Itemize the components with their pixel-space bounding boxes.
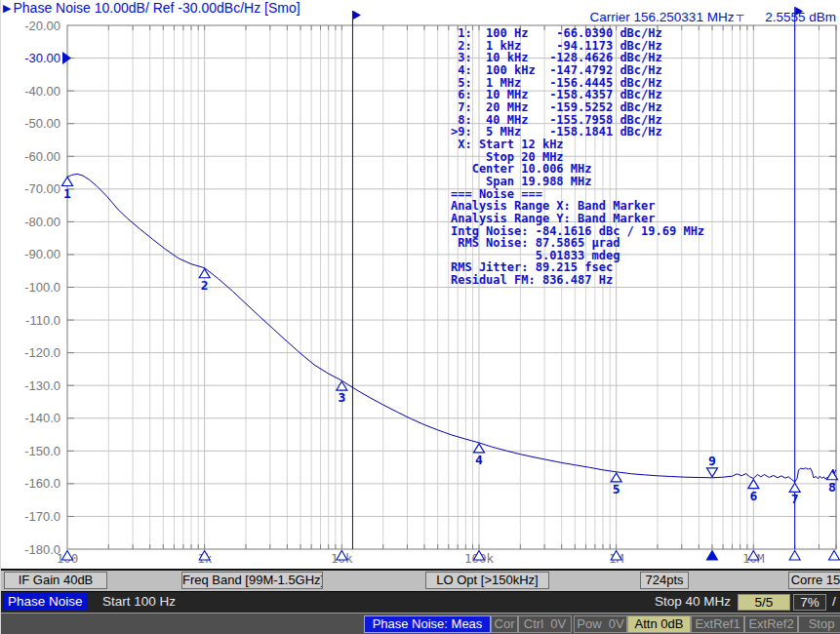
marker-3-number: 3	[338, 390, 345, 405]
y-tick-label: -170.0	[24, 509, 60, 524]
marker-7-number: 7	[791, 492, 799, 506]
info-line: Analysis Range Y: Band Marker	[451, 213, 704, 225]
sweep-start-label: Start 100 Hz	[102, 593, 176, 611]
softkey-bar: Phase Noise: MeasCorCtrl 0VPow 0VAttn 0d…	[1, 613, 840, 634]
status-field-if-gain-40db: IF Gain 40dB	[4, 572, 107, 589]
measurement-status-bar: Phase Noise Start 100 Hz Stop 40 MHz 5/5…	[1, 591, 840, 614]
band-marker-flag-icon	[353, 11, 361, 20]
marker-6-number: 6	[749, 489, 757, 503]
tab-phase-noise[interactable]: Phase Noise	[3, 593, 88, 611]
status-field-freq-band-99m-1-5ghz: Freq Band [99M-1.5GHz]	[181, 572, 323, 589]
x-axis-labels: 1001k10k100k1M10M	[57, 551, 765, 566]
y-tick-label: -90.00	[24, 247, 60, 261]
softkey-stop[interactable]: Stop	[798, 615, 840, 633]
status-field-lo-opt-150khz: LO Opt [>150kHz]	[425, 572, 549, 589]
phase-noise-plot[interactable]: -20.00-30.00-40.00-50.00-60.00-70.00-80.…	[1, 0, 840, 569]
status-field-724pts: 724pts	[640, 572, 689, 589]
info-line: 1: 100 Hz -66.0390 dBc/Hz	[451, 27, 704, 40]
marker-7-icon	[789, 483, 800, 492]
marker-8-number: 8	[828, 480, 836, 495]
marker-4-number: 4	[475, 453, 483, 467]
info-line: Span 19.988 MHz	[451, 176, 704, 188]
sweep-stop-label: Stop 40 MHz	[655, 593, 731, 611]
softkey-phase-noise-meas[interactable]: Phase Noise: Meas	[364, 615, 491, 633]
softkey-extref2[interactable]: ExtRef2	[744, 615, 798, 633]
analyzer-screen: ▶Phase Noise 10.00dB/ Ref -30.00dBc/Hz […	[0, 0, 840, 634]
info-line: RMS Noise: 87.5865 μrad	[451, 237, 704, 250]
softkey-extref1[interactable]: ExtRef1	[691, 615, 744, 633]
marker-5-icon	[611, 473, 621, 482]
y-tick-label: -180.0	[24, 542, 60, 557]
marker-9-axis-indicator-icon	[706, 551, 717, 561]
marker-9-icon	[706, 468, 717, 477]
y-tick-label: -110.0	[25, 313, 60, 328]
marker-1-icon	[62, 178, 73, 186]
status-field-corre-15: Corre 15	[788, 572, 840, 589]
softkey-attn-0db[interactable]: Attn 0dB	[627, 615, 691, 633]
info-line: 4: 100 kHz -147.4792 dBc/Hz	[451, 64, 704, 77]
y-tick-label: -80.00	[24, 215, 60, 229]
info-line: Residual FM: 836.487 Hz	[451, 274, 704, 287]
marker-1-number: 1	[63, 186, 71, 201]
y-tick-label: -100.0	[24, 280, 60, 295]
info-line: 7: 20 MHz -159.5252 dBc/Hz	[451, 101, 704, 114]
y-tick-label: -140.0	[24, 411, 60, 425]
trace-select-icon: ▶	[3, 2, 11, 14]
y-tick-label: -130.0	[24, 378, 60, 393]
marker-7-axis-indicator-icon	[789, 551, 800, 561]
band-marker-flag-icon	[795, 7, 803, 16]
hardware-status-bar: IF Gain 40dBFreq Band [99M-1.5GHz]LO Opt…	[1, 569, 840, 591]
marker-8-axis-indicator-icon	[829, 551, 840, 561]
info-line: Center 10.006 MHz	[451, 163, 704, 176]
marker-9-number: 9	[708, 454, 716, 468]
progress-percent-badge: 7%	[793, 594, 826, 611]
y-tick-label: -60.00	[24, 149, 60, 164]
ref-level-label: -30.00	[24, 51, 60, 65]
info-line: X: Start 12 kHz	[451, 139, 704, 151]
softkey-cor[interactable]: Cor	[491, 615, 518, 633]
trace-title: ▶Phase Noise 10.00dB/ Ref -30.00dBc/Hz […	[3, 0, 300, 17]
softkey-pow-0v[interactable]: Pow 0V	[574, 615, 627, 633]
marker-noise-info-panel: 1: 100 Hz -66.0390 dBc/Hz 2: 1 kHz -94.1…	[451, 27, 704, 287]
y-tick-label: -70.00	[24, 181, 60, 196]
marker-2-number: 2	[201, 278, 209, 293]
y-tick-label: -150.0	[24, 444, 60, 458]
y-tick-label: -50.00	[24, 116, 60, 131]
info-line: >9: 5 MHz -158.1841 dBc/Hz	[451, 126, 704, 139]
info-line: Analysis Range X: Band Marker	[451, 200, 704, 213]
trace-title-label: Phase Noise 10.00dB/ Ref -30.00dBc/Hz [S…	[13, 0, 300, 16]
y-tick-label: -40.00	[24, 84, 60, 99]
marker-4-icon	[473, 444, 484, 453]
average-count-badge: 5/5	[738, 594, 790, 611]
y-tick-label: -120.0	[24, 345, 60, 360]
y-tick-label: -160.0	[24, 476, 60, 491]
softkey-ctrl-0v[interactable]: Ctrl 0V	[518, 615, 572, 633]
y-tick-label: -20.00	[24, 19, 60, 33]
marker-5-number: 5	[613, 482, 620, 496]
busy-spinner-icon: /	[832, 593, 836, 611]
y-axis-labels: -20.00-30.00-40.00-50.00-60.00-70.00-80.…	[24, 19, 60, 557]
